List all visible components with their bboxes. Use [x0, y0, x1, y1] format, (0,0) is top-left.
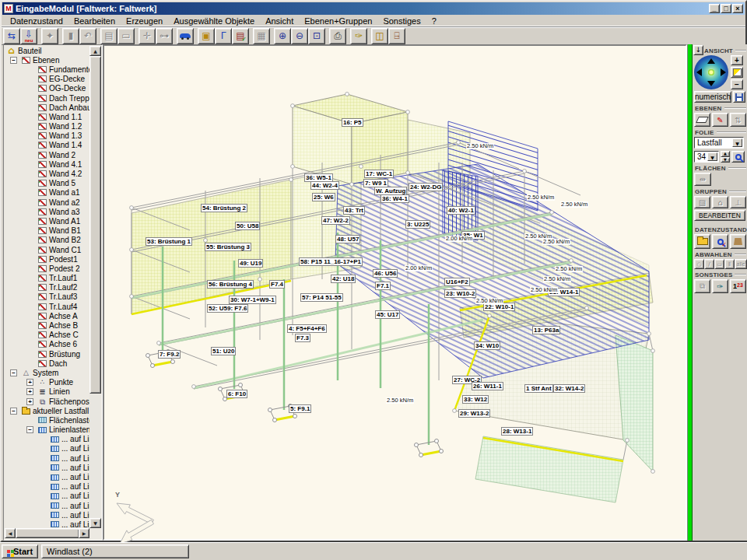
rotate-right-icon[interactable] [721, 68, 726, 76]
tree-item-linien[interactable]: +Linien [5, 387, 89, 397]
scroll-up-icon[interactable]: ▲ [89, 46, 101, 56]
tree-item-ebenen[interactable]: −Ebenen [5, 55, 89, 65]
car-button[interactable] [177, 28, 194, 44]
scroll-left-icon[interactable]: ◀ [5, 528, 16, 538]
step-up-icon[interactable]: ▲ [721, 151, 730, 157]
exit-button[interactable]: ⍈ [388, 28, 405, 44]
new-button[interactable]: ⇩neu [20, 28, 37, 44]
tree-item-wand-1-2[interactable]: Wand 1.2 [5, 122, 89, 131]
chevron-down-icon[interactable]: ▼ [732, 138, 742, 147]
folie-type-select[interactable]: Lastfall ▼ [694, 137, 744, 149]
roller-button[interactable]: ▤ [100, 28, 117, 44]
datenzustand-refresh-button[interactable]: ⇆ [3, 28, 20, 44]
close-button[interactable]: × [732, 4, 743, 13]
tree-item--auf-linie-58[interactable]: ... auf Linie 58 [5, 501, 89, 510]
rotate-down-icon[interactable] [707, 81, 715, 86]
tree-item-aktueller-lastfall[interactable]: −aktueller Lastfall [5, 406, 89, 415]
taskbar-item-windlast[interactable]: Windlast (2) [41, 544, 189, 558]
numbering-button[interactable]: 123 [730, 279, 746, 293]
menu-item-ebenen-gruppen[interactable]: Ebenen+Gruppen [299, 16, 377, 26]
copy-button[interactable]: ⧉ [694, 279, 710, 293]
tree-item-wand-4-2[interactable]: Wand 4.2 [5, 169, 89, 178]
display-options-button[interactable]: ✑ [350, 28, 367, 44]
tree-item-wand-b2[interactable]: Wand B2 [5, 236, 89, 245]
tree-item-wand-a2[interactable]: Wand a2 [5, 198, 89, 207]
zoom-window-button[interactable]: ⊡ [308, 28, 325, 44]
plane-button[interactable] [694, 113, 710, 127]
folie-search-button[interactable] [731, 151, 745, 163]
tree-item--auf-linie-59[interactable]: ... auf Linie 59 [5, 510, 89, 520]
group-hatch-button[interactable]: ▨ [694, 196, 710, 208]
tree-item-wand-a1[interactable]: Wand A1 [5, 216, 89, 226]
deselect-points-button[interactable]: ○ [694, 259, 704, 269]
deselect-lines-button[interactable]: ∕ [704, 259, 714, 269]
model-canvas[interactable]: 16: P536: W5-144: W2-417: WC-17: W9 1W. … [103, 44, 687, 541]
tree-item--auf-linie-60[interactable]: ... auf Linie 60 [5, 520, 89, 528]
zoom-out-button[interactable]: ⊖ [291, 28, 308, 44]
save-view-button[interactable] [733, 91, 745, 103]
tree-item-bauteil[interactable]: Bauteil [5, 46, 89, 55]
tree-item-wand-4-1[interactable]: Wand 4.1 [5, 159, 89, 169]
tree-item-wand-1-1[interactable]: Wand 1.1 [5, 112, 89, 121]
tree-item-wand-a3[interactable]: Wand a3 [5, 207, 89, 216]
tree-item-achse-a[interactable]: Achse A [5, 311, 89, 320]
scroll-right-icon[interactable]: ▶ [79, 528, 89, 538]
zoom-in-button[interactable]: ⊕ [274, 28, 291, 44]
tree-item--auf-linie-56[interactable]: ... auf Linie 56 [5, 482, 89, 492]
column-button[interactable]: ▮ [62, 28, 79, 44]
tree-item-tr-lauf1[interactable]: Tr.Lauf1 [5, 274, 89, 283]
edit-plane-button[interactable]: ✎ [712, 113, 728, 127]
tree-item-tr-lauf2[interactable]: Tr.Lauf2 [5, 283, 89, 292]
scroll-down-icon[interactable]: ▼ [89, 518, 101, 528]
flaechen-button[interactable]: ⇹ [694, 173, 711, 186]
group-t-button[interactable]: ⊥ [730, 196, 746, 208]
chevron-down-icon[interactable]: ▼ [707, 152, 717, 161]
bearbeiten-button[interactable]: BEARBEITEN [694, 210, 745, 221]
expand-icon[interactable]: + [26, 398, 33, 405]
tree-horizontal-scrollbar[interactable]: ◀ ▶ [5, 528, 89, 539]
import-button[interactable]: ▣ [198, 28, 215, 44]
deselect-loads-button[interactable]: ⫴ [724, 259, 735, 269]
tree-item-dach-treppenha[interactable]: Dach Treppenha [5, 93, 89, 103]
menu-item-ausgew-hlte-objekte[interactable]: Ausgewählte Objekte [168, 16, 260, 26]
tree-item-achse-c[interactable]: Achse C [5, 331, 89, 340]
tree-item-flächenlasten[interactable]: Flächenlasten [5, 415, 89, 425]
tree-item--auf-linie-51[interactable]: ... auf Linie 51 [5, 435, 89, 444]
menu-item-erzeugen[interactable]: Erzeugen [121, 16, 168, 26]
undo-arc-button[interactable]: ↶ [79, 28, 96, 44]
display-settings-button[interactable]: ✑ [712, 279, 728, 293]
step-down-icon[interactable]: ▼ [721, 157, 730, 163]
zoom-in-button[interactable]: + [731, 55, 743, 65]
collapse-icon[interactable]: − [10, 57, 17, 64]
menu-item--[interactable]: ? [426, 16, 442, 26]
tree-vertical-scrollbar[interactable]: ▲ ▼ [89, 46, 101, 528]
folie-number-stepper[interactable]: ▲ ▼ [721, 151, 730, 163]
scroll-thumb[interactable] [89, 56, 101, 394]
menu-item-sonstiges[interactable]: Sonstiges [377, 16, 426, 26]
tree-item-wand-a1[interactable]: Wand a1 [5, 188, 89, 198]
collapse-icon[interactable]: − [10, 408, 17, 415]
tree-item-flächenpositione[interactable]: +Flächenpositione [5, 397, 89, 406]
tree-item-eg-decke[interactable]: EG-Decke [5, 75, 89, 84]
panel-splitter-stripe[interactable] [687, 44, 693, 541]
check-state-button[interactable]: ✓ [712, 234, 728, 249]
tree-item-achse-b[interactable]: Achse B [5, 320, 89, 330]
rotate-left-icon[interactable] [696, 68, 702, 76]
load-state-button[interactable] [694, 234, 710, 249]
minimize-button[interactable]: _ [709, 4, 720, 13]
group-lamp-button[interactable]: ⌂ [712, 196, 728, 208]
tree-item--auf-linie-52[interactable]: ... auf Linie 52 [5, 444, 89, 453]
tree-item-wand-b1[interactable]: Wand B1 [5, 226, 89, 236]
apply-state-button[interactable] [730, 234, 746, 249]
tree-item-fundamente[interactable]: Fundamente [5, 65, 89, 74]
tree-item-wand-c1[interactable]: Wand C1 [5, 245, 89, 254]
menu-item-bearbeiten[interactable]: Bearbeiten [68, 16, 121, 26]
tree-item-punkte[interactable]: +Punkte [5, 378, 89, 387]
print-button[interactable]: ⎙ [329, 28, 346, 44]
shading-toggle-button[interactable] [731, 67, 743, 78]
crane-button[interactable]: Γ [215, 28, 232, 44]
help-book-button[interactable]: ◫ [371, 28, 388, 44]
tree-item-wand-1-3[interactable]: Wand 1.3 [5, 131, 89, 141]
deselect-all-button[interactable]: alle [735, 259, 747, 269]
ruler-button[interactable]: ▭ [117, 28, 135, 44]
